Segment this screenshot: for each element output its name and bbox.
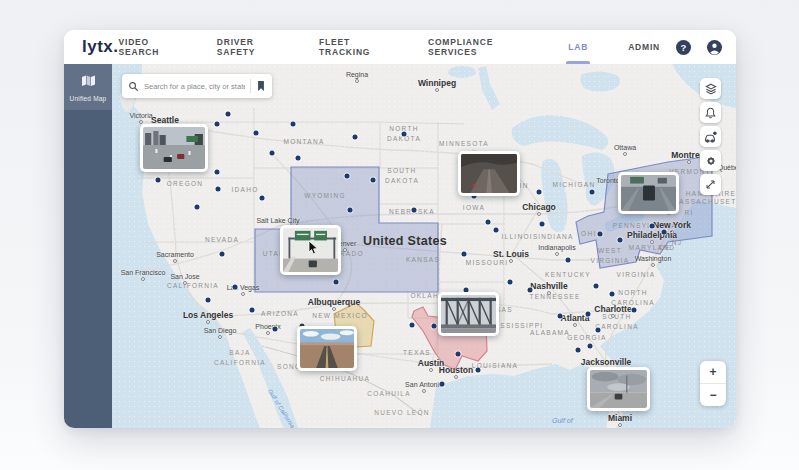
- map-photo-thumbnail-toronto[interactable]: [618, 172, 679, 214]
- vehicle-dot[interactable]: [456, 352, 461, 357]
- tab-compliance-services[interactable]: COMPLIANCE SERVICES: [428, 30, 542, 69]
- vehicle-dot[interactable]: [260, 196, 265, 201]
- vehicle-dot[interactable]: [345, 174, 350, 179]
- city-marker-houston: [454, 375, 458, 379]
- vehicle-dot[interactable]: [594, 284, 599, 289]
- map-photo-thumbnail-salt-lake-city[interactable]: [280, 225, 341, 275]
- state-label-ri: RI: [684, 208, 693, 218]
- map-photo-thumbnail-new-mexico[interactable]: [297, 326, 357, 371]
- zoom-out-button[interactable]: −: [700, 384, 726, 406]
- lytx-logo[interactable]: lytx.: [82, 37, 119, 57]
- vehicle-dot[interactable]: [402, 132, 407, 137]
- state-label-maryland: MARYLAND: [629, 243, 675, 253]
- city-marker-nashville: [547, 291, 551, 295]
- vehicle-dot[interactable]: [432, 324, 437, 329]
- bookmark-icon[interactable]: [256, 80, 266, 92]
- seattle-highway-image: [143, 127, 205, 169]
- vehicle-dot[interactable]: [410, 323, 415, 328]
- city-marker-phoenix: [266, 331, 270, 335]
- city-marker-regina: [355, 79, 359, 83]
- desktop-background: { "header": { "logo": "lytx.", "nav": [ …: [0, 0, 799, 470]
- map-photo-thumbnail-texas[interactable]: [438, 292, 499, 336]
- map-photo-thumbnail-seattle[interactable]: [140, 124, 208, 172]
- vehicle-dot[interactable]: [412, 208, 417, 213]
- map-search-bar[interactable]: [122, 74, 272, 98]
- vehicle-dot[interactable]: [216, 187, 221, 192]
- vehicle-dot[interactable]: [226, 112, 231, 117]
- state-label-arizona: ARIZONA: [261, 309, 299, 319]
- vehicle-dot[interactable]: [476, 368, 481, 373]
- tab-driver-safety[interactable]: DRIVER SAFETY: [217, 30, 293, 69]
- vehicle-dot[interactable]: [486, 220, 491, 225]
- vehicle-dot[interactable]: [494, 228, 499, 233]
- zoom-in-button[interactable]: +: [700, 361, 726, 383]
- vehicle-dot[interactable]: [537, 190, 542, 195]
- state-label-nuevo-le-n: NUEVO LEÓN: [374, 408, 430, 418]
- vehicle-dot[interactable]: [462, 252, 467, 257]
- vehicle-dot[interactable]: [215, 122, 220, 127]
- tab-admin[interactable]: ADMIN: [628, 30, 660, 64]
- state-label-massachusetts: MASSACHUSETTS: [673, 197, 736, 207]
- vehicle-dot[interactable]: [528, 288, 533, 293]
- vehicle-dot[interactable]: [353, 135, 358, 140]
- city-marker-albuquerque: [332, 307, 336, 311]
- search-input[interactable]: [144, 82, 245, 91]
- vehicle-dot[interactable]: [590, 190, 595, 195]
- tab-fleet-tracking[interactable]: FLEET TRACKING: [319, 30, 402, 69]
- map-photo-thumbnail-florida[interactable]: [587, 367, 650, 411]
- expand-button[interactable]: [700, 174, 721, 195]
- settings-button[interactable]: [700, 150, 721, 171]
- vehicle-dot[interactable]: [596, 328, 601, 333]
- city-label-winnipeg: Winnipeg: [418, 78, 456, 88]
- vehicle-dot[interactable]: [220, 252, 225, 257]
- vehicle-dot[interactable]: [206, 298, 211, 303]
- vehicle-dot[interactable]: [291, 122, 296, 127]
- sidebar-item-unified-map[interactable]: Unified Map: [64, 64, 112, 110]
- vehicle-dot[interactable]: [233, 285, 238, 290]
- city-marker-san-antonio: [422, 389, 426, 393]
- vehicle-dot[interactable]: [632, 308, 637, 313]
- vehicle-dot[interactable]: [662, 230, 667, 235]
- vehicle-dot[interactable]: [371, 178, 376, 183]
- map-photo-thumbnail-minnesota[interactable]: [458, 151, 520, 196]
- state-label-virginia: VIRGINIA: [617, 270, 656, 280]
- vehicle-dot[interactable]: [156, 178, 161, 183]
- vehicle-dot[interactable]: [296, 156, 301, 161]
- tab-lab[interactable]: LAB: [568, 30, 588, 64]
- notifications-button[interactable]: [700, 102, 721, 123]
- vehicle-dot[interactable]: [558, 314, 563, 319]
- vehicle-dot[interactable]: [650, 224, 655, 229]
- city-label-nashville: Nashville: [530, 281, 567, 291]
- help-icon[interactable]: ?: [676, 40, 691, 55]
- vehicle-dot[interactable]: [334, 280, 339, 285]
- vehicle-dot[interactable]: [610, 292, 615, 297]
- vehicle-dot[interactable]: [618, 238, 623, 243]
- vehicle-dot[interactable]: [598, 232, 603, 237]
- vehicle-dot[interactable]: [540, 222, 545, 227]
- city-marker-indianapolis: [555, 252, 559, 256]
- vehicle-dot[interactable]: [348, 208, 353, 213]
- vehicle-dot[interactable]: [250, 308, 255, 313]
- vehicle-dot[interactable]: [195, 205, 200, 210]
- vehicle-dot[interactable]: [586, 312, 591, 317]
- map-canvas[interactable]: MONTANANORTH DAKOTASOUTH DAKOTAMINNESOTA…: [112, 64, 736, 428]
- account-icon[interactable]: [707, 40, 722, 55]
- vehicles-button[interactable]: [700, 126, 721, 147]
- state-label-idaho: IDAHO: [231, 185, 258, 195]
- vehicle-dot[interactable]: [576, 348, 581, 353]
- vehicle-dot[interactable]: [588, 344, 593, 349]
- vehicle-dot[interactable]: [440, 382, 445, 387]
- main-nav: VIDEO SEARCH DRIVER SAFETY FLEET TRACKIN…: [119, 30, 660, 69]
- city-label-philadelphia: Philadelphia: [627, 230, 677, 240]
- vehicle-dot[interactable]: [273, 327, 278, 332]
- vehicle-dot[interactable]: [508, 280, 513, 285]
- vehicle-dot[interactable]: [270, 151, 275, 156]
- vehicle-dot[interactable]: [566, 258, 571, 263]
- state-label-michigan: MICHIGAN: [553, 180, 596, 190]
- city-marker-austin: [429, 368, 433, 372]
- layers-button[interactable]: [700, 78, 721, 99]
- state-label-montana: MONTANA: [283, 137, 324, 147]
- vehicle-dot[interactable]: [215, 170, 220, 175]
- tab-video-search[interactable]: VIDEO SEARCH: [119, 30, 191, 69]
- vehicle-dot[interactable]: [254, 131, 259, 136]
